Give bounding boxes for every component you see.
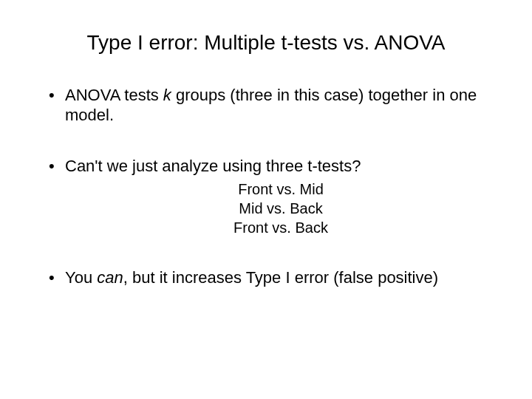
bullet-item-1: ANOVA tests k groups (three in this case… xyxy=(49,86,497,126)
bullet-2-text: Can't we just analyze using three t-test… xyxy=(65,157,361,175)
bullet-3-italic: can xyxy=(97,268,123,287)
bullet-1-italic: k xyxy=(163,86,171,104)
sub-item-3: Front vs. Back xyxy=(65,219,497,238)
bullet-1-text-pre: ANOVA tests xyxy=(65,86,163,104)
slide: Type I error: Multiple t-tests vs. ANOVA… xyxy=(0,0,532,399)
bullet-3-text-pre: You xyxy=(65,268,97,287)
bullet-list: ANOVA tests k groups (three in this case… xyxy=(35,86,497,288)
sub-item-1: Front vs. Mid xyxy=(65,180,497,200)
bullet-3-text-post: , but it increases Type I error (false p… xyxy=(123,268,438,287)
sub-list: Front vs. Mid Mid vs. Back Front vs. Bac… xyxy=(65,180,497,237)
sub-item-2: Mid vs. Back xyxy=(65,200,497,219)
slide-title: Type I error: Multiple t-tests vs. ANOVA xyxy=(35,31,497,55)
bullet-item-3: You can, but it increases Type I error (… xyxy=(49,268,497,288)
bullet-item-2: Can't we just analyze using three t-test… xyxy=(49,157,497,238)
